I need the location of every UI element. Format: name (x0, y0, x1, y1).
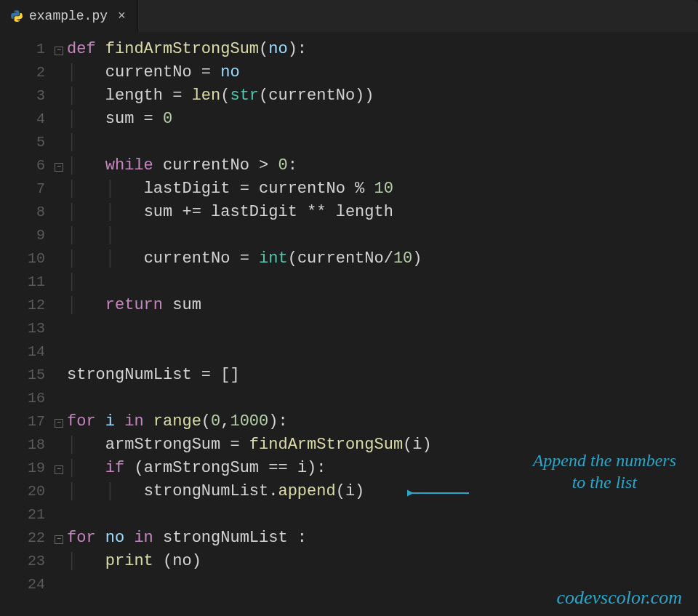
code-area[interactable]: def findArmStrongSum(no): │ currentNo = … (67, 38, 698, 596)
code-line: │ return sum (67, 294, 698, 317)
line-number: 3 (0, 84, 45, 108)
line-number: 16 (0, 387, 45, 410)
line-number: 20 (0, 480, 45, 503)
code-line: │ length = len(str(currentNo)) (67, 84, 698, 108)
fold-toggle-icon[interactable]: − (55, 47, 63, 55)
fold-toggle-icon[interactable]: − (55, 163, 63, 172)
tab-filename: example.py (29, 9, 108, 23)
code-line: │ │ sum += lastDigit ** length (67, 201, 698, 224)
line-number: 18 (0, 433, 45, 457)
code-line (67, 387, 698, 410)
line-number: 6 (0, 154, 45, 177)
annotation-text: to the list (533, 471, 676, 493)
line-number: 21 (0, 503, 45, 527)
code-line: │ (67, 131, 698, 154)
line-number: 24 (0, 573, 45, 596)
line-number-gutter: 1 2 3 4 5 6 7 8 9 10 11 12 13 14 15 16 1… (0, 38, 51, 596)
code-line (67, 503, 698, 527)
fold-toggle-icon[interactable]: − (55, 535, 63, 544)
annotation-text: Append the numbers (533, 449, 676, 471)
editor-tab[interactable]: example.py × (0, 0, 138, 32)
code-line: │ sum = 0 (67, 108, 698, 131)
code-line: │ print (no) (67, 550, 698, 573)
code-line: │ │ (67, 224, 698, 247)
fold-toggle-icon[interactable]: − (55, 465, 63, 474)
code-line: │ (67, 271, 698, 294)
code-line (67, 317, 698, 340)
annotation-arrow-icon (407, 486, 473, 500)
code-line: │ currentNo = no (67, 61, 698, 84)
code-line: │ │ currentNo = int(currentNo/10) (67, 247, 698, 271)
line-number: 1 (0, 38, 45, 61)
line-number: 15 (0, 364, 45, 387)
line-number: 10 (0, 247, 45, 271)
code-line (67, 340, 698, 364)
close-tab-icon[interactable]: × (113, 9, 130, 23)
code-editor[interactable]: 1 2 3 4 5 6 7 8 9 10 11 12 13 14 15 16 1… (0, 32, 698, 596)
line-number: 22 (0, 527, 45, 550)
annotation-callout: Append the numbers to the list (533, 449, 676, 493)
line-number: 19 (0, 457, 45, 480)
watermark: codevscolor.com (556, 587, 682, 609)
code-line: for no in strongNumList : (67, 527, 698, 550)
line-number: 5 (0, 131, 45, 154)
line-number: 4 (0, 108, 45, 131)
line-number: 14 (0, 340, 45, 364)
line-number: 17 (0, 410, 45, 433)
line-number: 8 (0, 201, 45, 224)
python-file-icon (10, 9, 23, 23)
line-number: 13 (0, 317, 45, 340)
tab-bar: example.py × (0, 0, 698, 32)
code-line: def findArmStrongSum(no): (67, 38, 698, 61)
line-number: 2 (0, 61, 45, 84)
line-number: 23 (0, 550, 45, 573)
code-line: for i in range(0,1000): (67, 410, 698, 433)
fold-toggle-icon[interactable]: − (55, 419, 63, 428)
code-line: strongNumList = [] (67, 364, 698, 387)
line-number: 11 (0, 271, 45, 294)
fold-gutter: − − − − − (51, 38, 67, 596)
line-number: 7 (0, 177, 45, 201)
code-line: │ while currentNo > 0: (67, 154, 698, 177)
code-line: │ │ lastDigit = currentNo % 10 (67, 177, 698, 201)
line-number: 12 (0, 294, 45, 317)
line-number: 9 (0, 224, 45, 247)
